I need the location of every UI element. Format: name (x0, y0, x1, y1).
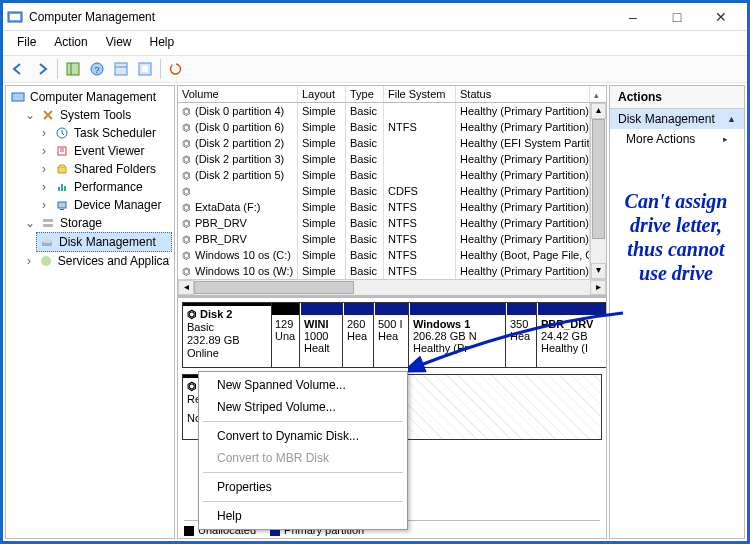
volume-row[interactable]: SimpleBasicCDFSHealthy (Primary Partitio… (178, 183, 606, 199)
expand-icon[interactable]: › (38, 144, 50, 158)
minimize-button[interactable]: – (611, 3, 655, 31)
volume-table-header[interactable]: Volume Layout Type File System Status ▴ (178, 86, 606, 103)
disk2-row[interactable]: ⏣ Disk 2 Basic 232.89 GB Online 129Unall… (182, 302, 602, 368)
menu-file[interactable]: File (9, 33, 44, 51)
horizontal-scrollbar[interactable]: ◂ ▸ (178, 279, 606, 295)
cell-filesystem: NTFS (384, 247, 456, 263)
tree-disk-management[interactable]: Disk Management (36, 232, 172, 252)
cell-filesystem: NTFS (384, 215, 456, 231)
context-menu-item[interactable]: Convert to Dynamic Disk... (201, 425, 405, 447)
expand-icon[interactable]: › (38, 180, 50, 194)
expand-icon[interactable]: › (24, 254, 34, 268)
tree-item[interactable]: ›Device Manager (36, 196, 172, 214)
partition[interactable]: 260Hea (344, 303, 374, 367)
cell-filesystem: NTFS (384, 119, 456, 135)
disk-icon: ⏣ (187, 380, 197, 392)
partition-label: Windows 1 (413, 318, 502, 330)
scroll-left-button[interactable]: ◂ (178, 280, 194, 295)
partition[interactable]: WINI1000Healt (301, 303, 343, 367)
vertical-scrollbar[interactable]: ▴ ▾ (590, 103, 606, 279)
partition[interactable]: 129Unalloc (272, 303, 300, 367)
back-button[interactable] (7, 58, 29, 80)
svg-text:?: ? (94, 65, 99, 75)
col-status[interactable]: Status (456, 86, 590, 102)
volume-row[interactable]: (Disk 0 partition 4)SimpleBasicHealthy (… (178, 103, 606, 119)
volume-row[interactable]: PBR_DRVSimpleBasicNTFSHealthy (Primary P… (178, 215, 606, 231)
cell-filesystem: NTFS (384, 263, 456, 279)
tree-storage[interactable]: ⌄ Storage (22, 214, 172, 232)
scroll-thumb[interactable] (592, 119, 605, 239)
disk2-partitions[interactable]: 129UnallocWINI1000Healt260Hea500 IHeaWin… (272, 302, 606, 368)
partition[interactable]: 350Hea (507, 303, 537, 367)
context-menu-item[interactable]: New Striped Volume... (201, 396, 405, 418)
col-layout[interactable]: Layout (298, 86, 346, 102)
volume-row[interactable]: Windows 10 os (C:)SimpleBasicNTFSHealthy… (178, 247, 606, 263)
close-button[interactable]: ✕ (699, 3, 743, 31)
partition-status: Hea (510, 330, 533, 342)
svg-rect-18 (58, 202, 66, 208)
cell-type: Basic (346, 247, 384, 263)
cell-filesystem (384, 151, 456, 167)
properties-button[interactable] (110, 58, 132, 80)
scroll-up-button[interactable]: ▴ (591, 103, 606, 119)
context-menu-item[interactable]: New Spanned Volume... (201, 374, 405, 396)
actions-more-actions[interactable]: More Actions ▸ (610, 129, 744, 149)
context-menu-item[interactable]: Properties (201, 476, 405, 498)
computer-management-icon (10, 89, 26, 105)
forward-button[interactable] (31, 58, 53, 80)
menu-view[interactable]: View (98, 33, 140, 51)
cell-status: Healthy (Primary Partition) (456, 199, 590, 215)
tree-item[interactable]: ›Performance (36, 178, 172, 196)
expand-icon[interactable]: › (38, 126, 50, 140)
cell-layout: Simple (298, 199, 346, 215)
menu-action[interactable]: Action (46, 33, 95, 51)
collapse-icon[interactable]: ⌄ (24, 216, 36, 230)
expand-icon[interactable]: › (38, 162, 50, 176)
col-filesystem[interactable]: File System (384, 86, 456, 102)
svg-rect-1 (10, 14, 20, 20)
maximize-button[interactable]: □ (655, 3, 699, 31)
cell-layout: Simple (298, 183, 346, 199)
menu-help[interactable]: Help (142, 33, 183, 51)
actions-disk-management[interactable]: Disk Management ▲ (610, 109, 744, 129)
tree-item[interactable]: ›Shared Folders (36, 160, 172, 178)
partition[interactable]: Windows 1206.28 GB NHealthy (Pr (410, 303, 506, 367)
partition[interactable]: PBR_DRV24.42 GBHealthy (I (538, 303, 606, 367)
tree-services[interactable]: › Services and Applications (22, 252, 172, 270)
col-type[interactable]: Type (346, 86, 384, 102)
refresh-button[interactable] (165, 58, 187, 80)
cell-type: Basic (346, 231, 384, 247)
cell-status: Healthy (Primary Partition) (456, 119, 590, 135)
volume-row[interactable]: PBR_DRVSimpleBasicNTFSHealthy (Primary P… (178, 231, 606, 247)
menu-separator (203, 472, 403, 473)
disk2-info[interactable]: ⏣ Disk 2 Basic 232.89 GB Online (182, 302, 272, 368)
system-tools-label: System Tools (60, 108, 131, 122)
tree-root[interactable]: Computer Management (8, 88, 172, 106)
settings-button[interactable] (134, 58, 156, 80)
volume-row[interactable]: (Disk 2 partition 2)SimpleBasicHealthy (… (178, 135, 606, 151)
navigation-tree[interactable]: Computer Management ⌄ System Tools ›Task… (5, 85, 175, 539)
col-volume[interactable]: Volume (178, 86, 298, 102)
scroll-right-button[interactable]: ▸ (590, 280, 606, 295)
partition[interactable]: 500 IHea (375, 303, 409, 367)
scroll-down-button[interactable]: ▾ (591, 263, 606, 279)
volume-row[interactable]: ExtaData (F:)SimpleBasicNTFSHealthy (Pri… (178, 199, 606, 215)
volume-row[interactable]: (Disk 2 partition 5)SimpleBasicHealthy (… (178, 167, 606, 183)
context-menu[interactable]: New Spanned Volume...New Striped Volume.… (198, 371, 408, 530)
volume-row[interactable]: (Disk 2 partition 3)SimpleBasicHealthy (… (178, 151, 606, 167)
show-hide-tree-button[interactable] (62, 58, 84, 80)
hscroll-thumb[interactable] (194, 281, 354, 294)
cell-layout: Simple (298, 119, 346, 135)
expand-icon[interactable]: › (38, 198, 50, 212)
volume-table-body[interactable]: (Disk 0 partition 4)SimpleBasicHealthy (… (178, 103, 606, 279)
volume-row[interactable]: (Disk 0 partition 6)SimpleBasicNTFSHealt… (178, 119, 606, 135)
cell-type: Basic (346, 183, 384, 199)
help-button[interactable]: ? (86, 58, 108, 80)
partition-size: 129 (275, 318, 296, 330)
volume-row[interactable]: Windows 10 os (W:)SimpleBasicNTFSHealthy… (178, 263, 606, 279)
tree-system-tools[interactable]: ⌄ System Tools (22, 106, 172, 124)
tree-item[interactable]: ›Task Scheduler (36, 124, 172, 142)
context-menu-item[interactable]: Help (201, 505, 405, 527)
tree-item[interactable]: ›Event Viewer (36, 142, 172, 160)
collapse-icon[interactable]: ⌄ (24, 108, 36, 122)
